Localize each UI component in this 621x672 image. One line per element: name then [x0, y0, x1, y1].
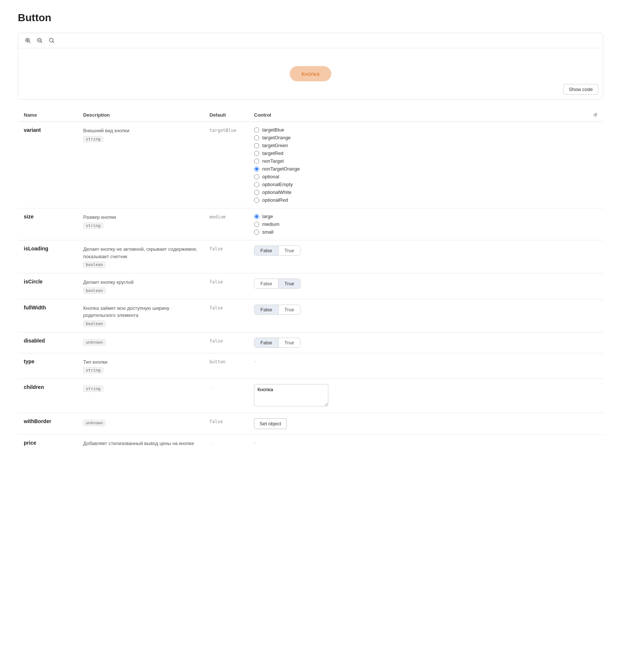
radio-input[interactable] — [254, 166, 259, 172]
radio-label: small — [262, 229, 273, 235]
toggle-group: FalseTrue — [254, 305, 300, 315]
radio-input[interactable] — [254, 159, 259, 164]
prop-control-cell — [248, 379, 587, 413]
prop-default-cell: - — [204, 379, 248, 413]
zoom-in-button[interactable] — [23, 36, 33, 45]
radio-input[interactable] — [254, 222, 259, 227]
prop-control-cell: FalseTrue — [248, 240, 587, 273]
prop-default-value: medium — [209, 214, 225, 220]
toggle-button[interactable]: True — [278, 305, 300, 314]
show-code-button[interactable]: Show code — [563, 84, 598, 95]
toggle-button[interactable]: False — [254, 279, 278, 288]
preview-area: Кнопка Show code — [18, 48, 603, 99]
toggle-button[interactable]: False — [254, 305, 278, 314]
prop-name-cell: fullWidth — [18, 299, 77, 332]
radio-input[interactable] — [254, 143, 259, 148]
toggle-button[interactable]: True — [278, 338, 300, 347]
radio-item[interactable]: targetOrange — [254, 135, 581, 140]
prop-name-cell: type — [18, 353, 77, 379]
radio-item[interactable]: targetGreen — [254, 143, 581, 148]
prop-control-cell: largemediumsmall — [248, 208, 587, 240]
radio-item[interactable]: optionalWhite — [254, 189, 581, 195]
prop-description: Тип кнопки — [83, 358, 198, 366]
toggle-button[interactable]: True — [278, 279, 300, 288]
radio-item[interactable]: nonTarget — [254, 158, 581, 164]
reset-icon[interactable]: ↺ — [593, 112, 597, 118]
prop-name: withBorder — [24, 418, 51, 424]
control-dash: - — [254, 358, 256, 364]
prop-default-cell: false — [204, 240, 248, 273]
table-row: typeТип кнопкиstringbutton- — [18, 353, 603, 379]
radio-item[interactable]: targetRed — [254, 150, 581, 156]
radio-group: targetBluetargetOrangetargetGreentargetR… — [254, 127, 581, 203]
demo-button[interactable]: Кнопка — [290, 66, 332, 81]
col-header-reset: ↺ — [587, 108, 603, 122]
prop-type-badge: string — [83, 223, 103, 229]
prop-desc-cell: unknown — [77, 332, 204, 353]
prop-description: Внешний вид кнопки — [83, 127, 198, 134]
table-row: isCircleДелает кнопку круглойbooleanfals… — [18, 273, 603, 299]
radio-input[interactable] — [254, 174, 259, 179]
prop-default-cell: targetBlue — [204, 122, 248, 208]
radio-item[interactable]: targetBlue — [254, 127, 581, 133]
prop-reset-cell — [587, 379, 603, 413]
radio-input[interactable] — [254, 151, 259, 156]
col-header-default: Default — [204, 108, 248, 122]
prop-description: Делает кнопку круглой — [83, 279, 198, 286]
toggle-button[interactable]: False — [254, 246, 278, 255]
radio-item[interactable]: optionalEmpty — [254, 182, 581, 187]
prop-desc-cell: Тип кнопкиstring — [77, 353, 204, 379]
radio-item[interactable]: optional — [254, 174, 581, 179]
radio-item[interactable]: optionalRed — [254, 197, 581, 203]
svg-line-1 — [29, 42, 30, 43]
prop-description: Делает кнопку не активной, скрывает соде… — [83, 246, 198, 260]
radio-label: large — [262, 214, 273, 219]
col-header-control: Control — [248, 108, 587, 122]
prop-reset-cell — [587, 273, 603, 299]
prop-default-value: - — [209, 385, 212, 390]
table-row: sizeРазмер кнопкиstringmediumlargemedium… — [18, 208, 603, 240]
prop-control-cell: - — [248, 435, 587, 452]
prop-desc-cell: Добавляет стилизованный вывод цены на кн… — [77, 435, 204, 452]
prop-control-cell: FalseTrue — [248, 273, 587, 299]
prop-name-cell: size — [18, 208, 77, 240]
prop-type-badge: unknown — [83, 420, 105, 426]
prop-default-value: false — [209, 305, 223, 311]
radio-input[interactable] — [254, 135, 259, 140]
prop-type-badge: string — [83, 367, 103, 373]
table-row: priceДобавляет стилизованный вывод цены … — [18, 435, 603, 452]
prop-description: Размер кнопки — [83, 214, 198, 221]
radio-item[interactable]: small — [254, 229, 581, 235]
prop-default-cell: - — [204, 435, 248, 452]
preview-container: Кнопка Show code — [18, 33, 603, 100]
radio-item[interactable]: medium — [254, 221, 581, 227]
zoom-out-button[interactable] — [35, 36, 45, 45]
svg-line-5 — [41, 42, 42, 43]
radio-input[interactable] — [254, 182, 259, 187]
prop-type-badge: unknown — [83, 339, 105, 345]
prop-name-cell: disabled — [18, 332, 77, 353]
radio-input[interactable] — [254, 214, 259, 219]
radio-label: nonTarget — [262, 158, 284, 164]
svg-line-8 — [53, 42, 54, 43]
prop-textarea[interactable] — [254, 384, 328, 406]
radio-item[interactable]: large — [254, 214, 581, 219]
prop-reset-cell — [587, 122, 603, 208]
page-title: Button — [18, 12, 603, 24]
prop-type-badge: boolean — [83, 288, 105, 294]
prop-reset-cell — [587, 332, 603, 353]
prop-reset-cell — [587, 353, 603, 379]
prop-default-cell: false — [204, 299, 248, 332]
radio-input[interactable] — [254, 127, 259, 133]
prop-reset-cell — [587, 435, 603, 452]
set-object-button[interactable]: Set object — [254, 418, 287, 429]
radio-input[interactable] — [254, 230, 259, 235]
reset-zoom-button[interactable] — [46, 36, 57, 45]
prop-name: type — [24, 358, 35, 364]
toggle-button[interactable]: False — [254, 338, 278, 347]
radio-item[interactable]: nonTargetOrange — [254, 166, 581, 172]
radio-input[interactable] — [254, 190, 259, 195]
col-header-name: Name — [18, 108, 77, 122]
toggle-button[interactable]: True — [278, 246, 300, 255]
radio-input[interactable] — [254, 198, 259, 203]
